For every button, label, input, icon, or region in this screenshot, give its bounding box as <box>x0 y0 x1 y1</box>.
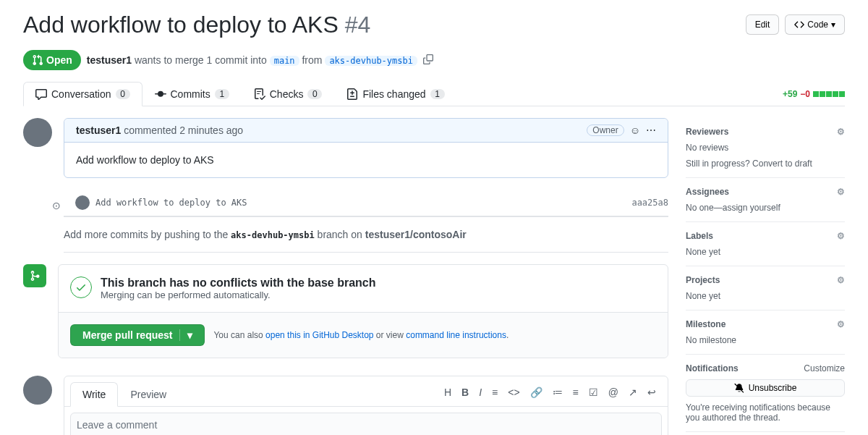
ordered-list-icon[interactable]: ≡ <box>573 387 579 398</box>
code-button[interactable]: Code ▾ <box>785 14 845 35</box>
pr-title-text: Add workflow to deploy to AKS <box>23 12 339 38</box>
assignees-none: No one— <box>686 203 723 213</box>
checklist-icon <box>254 88 265 100</box>
merge-status-subtitle: Merging can be performed automatically. <box>101 290 376 300</box>
reviewers-title: Reviewers <box>686 127 728 137</box>
merge-button[interactable]: Merge pull request ▾ <box>70 324 205 346</box>
projects-body: None yet <box>686 291 845 301</box>
link-icon[interactable]: 🔗 <box>530 387 542 398</box>
comment-author[interactable]: testuser1 <box>76 124 121 136</box>
files-count: 1 <box>430 89 445 99</box>
kebab-icon[interactable]: ⋯ <box>646 124 656 136</box>
reply-icon[interactable]: ↩ <box>647 387 656 398</box>
commit-row: ⊙ Add workflow to deploy to AKS aaa25a8 <box>23 190 668 216</box>
reviewers-body: No reviews <box>686 143 845 153</box>
gear-icon[interactable]: ⚙ <box>837 275 845 285</box>
code-icon <box>794 20 804 30</box>
labels-body: None yet <box>686 247 845 257</box>
comment-icon <box>35 88 47 100</box>
comment-box: testuser1 commented 2 minutes ago Owner … <box>64 118 668 178</box>
commits-count: 1 <box>215 89 229 99</box>
avatar[interactable] <box>75 195 90 210</box>
tab-commits-label: Commits <box>171 88 210 100</box>
merge-icon <box>23 264 46 287</box>
deletions: −0 <box>800 89 810 99</box>
checks-count: 0 <box>307 89 322 99</box>
copy-icon[interactable] <box>423 54 433 67</box>
bold-icon[interactable]: B <box>461 387 469 398</box>
merge-meta: testuser1 wants to merge 1 commit into m… <box>87 54 417 66</box>
unsubscribe-label: Unsubscribe <box>749 383 797 393</box>
comment-body: Add workflow to deploy to AKS <box>64 143 668 177</box>
customize-link[interactable]: Customize <box>804 363 845 373</box>
quote-icon[interactable]: ≡ <box>492 387 498 398</box>
labels-title: Labels <box>686 231 713 241</box>
pr-number: #4 <box>345 12 371 38</box>
comment-textarea[interactable] <box>70 413 662 435</box>
tab-conversation-label: Conversation <box>51 88 111 100</box>
bell-slash-icon <box>734 383 744 393</box>
base-branch[interactable]: main <box>270 56 299 66</box>
caret-down-icon[interactable]: ▾ <box>179 329 192 341</box>
from-word: from <box>302 54 322 66</box>
code-button-label: Code <box>807 17 828 32</box>
tab-checks-label: Checks <box>270 88 304 100</box>
tab-commits[interactable]: Commits 1 <box>142 82 242 106</box>
assignees-title: Assignees <box>686 187 729 197</box>
milestone-title: Milestone <box>686 319 726 329</box>
pull-request-icon <box>32 54 43 66</box>
avatar[interactable] <box>23 118 52 147</box>
merge-status-title: This branch has no conflicts with the ba… <box>101 276 376 290</box>
conversation-count: 0 <box>116 89 130 99</box>
gear-icon[interactable]: ⚙ <box>837 319 845 329</box>
italic-icon[interactable]: I <box>479 387 482 398</box>
pr-author[interactable]: testuser1 <box>87 54 132 66</box>
crossref-icon[interactable]: ↗ <box>629 387 637 398</box>
commit-icon <box>155 88 166 100</box>
check-circle-icon <box>70 276 92 298</box>
gear-icon[interactable]: ⚙ <box>837 187 845 197</box>
merge-button-label: Merge pull request <box>82 329 172 341</box>
diffstat: +59 −0 <box>783 89 845 99</box>
merge-hint: You can also open this in GitHub Desktop… <box>213 330 509 340</box>
assign-yourself[interactable]: assign yourself <box>723 203 780 213</box>
edit-button[interactable]: Edit <box>746 14 780 35</box>
tasklist-icon[interactable]: ☑ <box>589 387 598 398</box>
tab-conversation[interactable]: Conversation 0 <box>23 82 142 106</box>
pr-state-badge: Open <box>23 50 81 70</box>
notifications-title: Notifications <box>686 363 739 373</box>
unsubscribe-button[interactable]: Unsubscribe <box>686 379 845 397</box>
gear-icon[interactable]: ⚙ <box>837 127 845 137</box>
tab-preview[interactable]: Preview <box>118 382 179 406</box>
push-hint: Add more commits by pushing to the aks-d… <box>64 216 668 253</box>
emoji-icon[interactable]: ☺ <box>630 124 640 136</box>
tab-checks[interactable]: Checks 0 <box>242 82 335 106</box>
projects-title: Projects <box>686 275 720 285</box>
file-diff-icon <box>346 88 358 100</box>
comment-meta: testuser1 commented 2 minutes ago <box>76 124 243 136</box>
desktop-link[interactable]: open this in GitHub Desktop <box>265 330 373 340</box>
head-branch[interactable]: aks-devhub-ymsbi <box>325 56 417 66</box>
additions: +59 <box>783 89 797 99</box>
commit-message[interactable]: Add workflow to deploy to AKS <box>95 198 626 208</box>
push-branch: aks-devhub-ymsbi <box>231 230 315 240</box>
avatar[interactable] <box>23 376 52 405</box>
tab-files-label: Files changed <box>362 88 425 100</box>
diff-blocks <box>813 91 845 97</box>
cli-link[interactable]: command line instructions <box>406 330 506 340</box>
list-icon[interactable]: ≔ <box>553 387 563 398</box>
gear-icon[interactable]: ⚙ <box>837 231 845 241</box>
owner-badge: Owner <box>587 124 624 136</box>
commit-dot-icon: ⊙ <box>52 200 61 211</box>
tab-files[interactable]: Files changed 1 <box>334 82 456 106</box>
merge-verb: wants to merge 1 commit into <box>135 54 267 66</box>
convert-draft[interactable]: Still in progress? Convert to draft <box>686 159 845 169</box>
mention-icon[interactable]: @ <box>608 387 618 398</box>
code-icon[interactable]: <> <box>508 387 519 398</box>
tab-write[interactable]: Write <box>70 382 118 407</box>
commit-sha[interactable]: aaa25a8 <box>631 198 668 208</box>
heading-icon[interactable]: H <box>444 387 451 398</box>
milestone-body: No milestone <box>686 335 845 345</box>
state-text: Open <box>46 54 72 66</box>
caret-down-icon: ▾ <box>831 17 835 32</box>
